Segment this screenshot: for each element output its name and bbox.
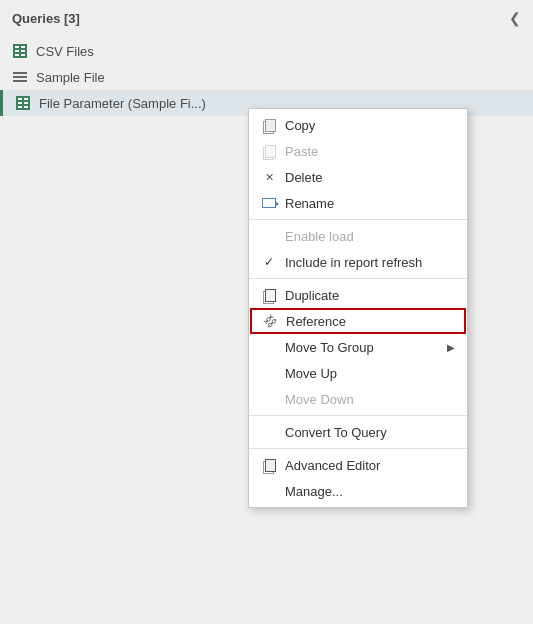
menu-item-enable-load[interactable]: Enable load (249, 223, 467, 249)
menu-label-paste: Paste (285, 144, 455, 159)
menu-label-convert: Convert To Query (285, 425, 455, 440)
menu-item-manage[interactable]: Manage... (249, 478, 467, 504)
menu-item-duplicate[interactable]: Duplicate (249, 282, 467, 308)
sidebar-panel: Queries [3] ❮ CSV Files (0, 0, 533, 624)
submenu-arrow: ▶ (447, 342, 455, 353)
menu-item-copy[interactable]: Copy (249, 112, 467, 138)
menu-label-copy: Copy (285, 118, 455, 133)
rename-icon (261, 195, 277, 211)
menu-item-move-to-group[interactable]: Move To Group ▶ (249, 334, 467, 360)
menu-item-delete[interactable]: Delete (249, 164, 467, 190)
menu-label-enable-load: Enable load (285, 229, 455, 244)
divider-4 (249, 448, 467, 449)
menu-label-rename: Rename (285, 196, 455, 211)
menu-label-duplicate: Duplicate (285, 288, 455, 303)
menu-item-advanced-editor[interactable]: Advanced Editor (249, 452, 467, 478)
menu-label-move-down: Move Down (285, 392, 455, 407)
menu-item-paste[interactable]: Paste (249, 138, 467, 164)
divider-3 (249, 415, 467, 416)
checkmark-icon (261, 254, 277, 270)
context-menu: Copy Paste Delete Rename Enable load Inc… (248, 108, 468, 508)
divider-1 (249, 219, 467, 220)
menu-label-include-report: Include in report refresh (285, 255, 455, 270)
menu-item-reference[interactable]: Reference (250, 308, 466, 334)
menu-label-reference: Reference (286, 314, 454, 329)
manage-icon (261, 483, 277, 499)
menu-item-convert-to-query[interactable]: Convert To Query (249, 419, 467, 445)
move-up-icon (261, 365, 277, 381)
menu-label-manage: Manage... (285, 484, 455, 499)
menu-label-advanced-editor: Advanced Editor (285, 458, 455, 473)
reference-icon (262, 313, 278, 329)
enable-load-icon (261, 228, 277, 244)
copy-icon (261, 117, 277, 133)
divider-2 (249, 278, 467, 279)
delete-icon (261, 169, 277, 185)
advanced-editor-icon (261, 457, 277, 473)
convert-icon (261, 424, 277, 440)
move-to-group-icon (261, 339, 277, 355)
menu-item-move-up[interactable]: Move Up (249, 360, 467, 386)
move-down-icon (261, 391, 277, 407)
menu-item-include-report[interactable]: Include in report refresh (249, 249, 467, 275)
menu-item-move-down[interactable]: Move Down (249, 386, 467, 412)
menu-label-delete: Delete (285, 170, 455, 185)
duplicate-icon (261, 287, 277, 303)
menu-label-move-to-group: Move To Group (285, 340, 439, 355)
menu-item-rename[interactable]: Rename (249, 190, 467, 216)
menu-label-move-up: Move Up (285, 366, 455, 381)
paste-icon (261, 143, 277, 159)
